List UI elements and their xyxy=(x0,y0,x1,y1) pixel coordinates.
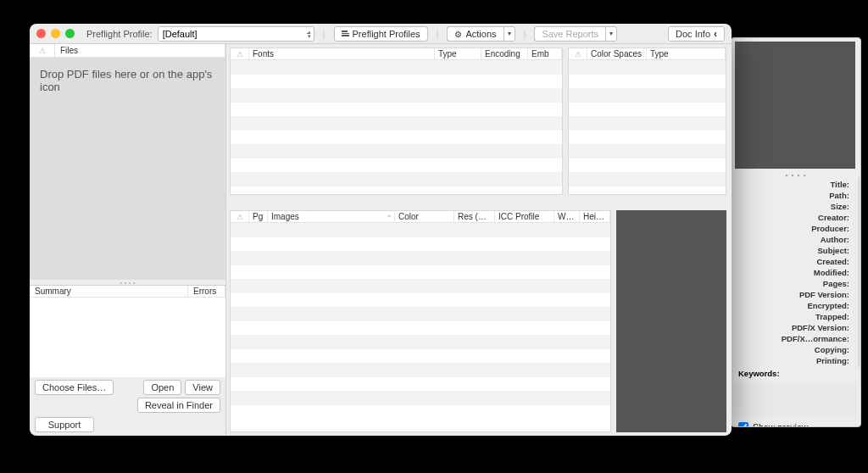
info-label-copying: Copying: xyxy=(815,344,849,355)
files-column-header[interactable]: Files xyxy=(55,44,225,57)
images-col-h[interactable]: Hei… xyxy=(580,211,610,222)
save-reports-caret xyxy=(605,26,617,42)
preflight-profiles-label: Preflight Profiles xyxy=(353,29,420,39)
summary-column-header[interactable]: Summary xyxy=(30,286,188,297)
fonts-col-type[interactable]: Type xyxy=(435,48,481,59)
errors-column-header[interactable]: Errors xyxy=(188,286,225,297)
info-label-author: Author: xyxy=(821,234,849,245)
doc-info-toggle-button[interactable]: Doc Info xyxy=(668,26,725,42)
warning-icon xyxy=(236,49,243,58)
window-minimize-button[interactable] xyxy=(51,29,60,38)
gear-icon xyxy=(454,29,462,39)
info-label-creator: Creator: xyxy=(818,212,849,223)
save-reports-button: Save Reports xyxy=(534,26,605,42)
color-col-type[interactable]: Type xyxy=(647,48,726,59)
info-label-pdfx-conformance: PDF/X…ormance: xyxy=(782,333,849,344)
actions-label: Actions xyxy=(465,29,496,39)
summary-body xyxy=(30,298,225,377)
fonts-table: Fonts Type Encoding Emb xyxy=(230,47,563,195)
window-close-button[interactable] xyxy=(36,29,46,38)
files-dropzone[interactable]: Drop PDF files here or on the app's icon xyxy=(30,58,225,280)
info-label-created: Created: xyxy=(816,256,849,267)
info-label-pdfx-version: PDF/X Version: xyxy=(792,322,849,333)
warning-icon xyxy=(39,46,46,55)
image-preview-pane xyxy=(616,210,726,432)
fonts-col-fonts[interactable]: Fonts xyxy=(249,48,435,59)
toolbar-separator: | xyxy=(524,29,526,39)
fonts-col-emb[interactable]: Emb xyxy=(528,48,562,59)
doc-info-preview-thumbnail xyxy=(735,42,855,169)
images-col-pg[interactable]: Pg xyxy=(249,211,268,222)
color-table-body xyxy=(569,60,726,194)
sort-ascending-icon: ^ xyxy=(387,213,391,220)
info-label-title: Title: xyxy=(830,179,849,190)
images-col-color[interactable]: Color xyxy=(395,211,454,222)
show-preview-toggle[interactable]: Show preview xyxy=(732,420,860,427)
warning-icon xyxy=(236,212,243,221)
images-col-w[interactable]: W… xyxy=(554,211,580,222)
titlebar: Preflight Profile: [Default] ▴▾ | Prefli… xyxy=(30,24,732,44)
main-window: Preflight Profile: [Default] ▴▾ | Prefli… xyxy=(30,24,732,436)
images-table: Pg Images^ Color Res (… ICC Profile W… H… xyxy=(230,210,611,432)
info-label-trapped: Trapped: xyxy=(815,311,849,322)
resize-grip[interactable]: • • • • xyxy=(732,172,860,177)
toolbar-separator: | xyxy=(437,29,439,39)
info-label-encrypted: Encrypted: xyxy=(807,300,849,311)
preflight-profile-value: [Default] xyxy=(163,29,198,39)
preflight-profile-label: Preflight Profile: xyxy=(86,29,153,39)
files-table-header: Files xyxy=(30,44,225,58)
doc-info-list: Title: Path: Size: Creator: Producer: Au… xyxy=(732,177,860,367)
view-button[interactable]: View xyxy=(185,380,220,395)
choose-files-button[interactable]: Choose Files… xyxy=(35,380,114,395)
warning-icon xyxy=(575,49,581,58)
actions-caret[interactable] xyxy=(504,26,515,42)
info-label-modified: Modified: xyxy=(814,267,849,278)
doc-info-panel: • • • • Title: Path: Size: Creator: Prod… xyxy=(731,37,861,427)
reveal-in-finder-button[interactable]: Reveal in Finder xyxy=(137,398,220,413)
images-col-res[interactable]: Res (… xyxy=(454,211,495,222)
doc-info-label: Doc Info xyxy=(676,29,710,39)
color-spaces-table: Color Spaces Type xyxy=(568,47,726,195)
actions-button[interactable]: Actions xyxy=(447,26,503,42)
preflight-profiles-button[interactable]: Preflight Profiles xyxy=(334,26,428,42)
info-label-path: Path: xyxy=(829,190,849,201)
actions-split-button[interactable]: Actions xyxy=(447,26,515,42)
preflight-profile-dropdown[interactable]: [Default] ▴▾ xyxy=(158,26,314,42)
right-column: Fonts Type Encoding Emb Color Spaces Typ… xyxy=(226,44,732,436)
open-button[interactable]: Open xyxy=(143,380,181,395)
toolbar-separator: | xyxy=(323,29,326,39)
info-label-size: Size: xyxy=(831,201,849,212)
images-col-icc[interactable]: ICC Profile xyxy=(495,211,554,222)
show-preview-checkbox[interactable] xyxy=(738,422,748,427)
info-label-producer: Producer: xyxy=(811,223,849,234)
list-icon xyxy=(342,31,349,36)
keywords-content xyxy=(735,383,857,417)
fonts-table-body xyxy=(231,60,562,194)
info-label-printing: Printing: xyxy=(816,355,849,366)
summary-pane: Summary Errors Choose Files… Open View R… xyxy=(30,285,225,436)
info-label-pdf-version: PDF Version: xyxy=(799,289,849,300)
dropdown-arrows-icon: ▴▾ xyxy=(308,30,311,38)
save-reports-label: Save Reports xyxy=(542,29,598,39)
info-label-subject: Subject: xyxy=(818,245,849,256)
images-table-body xyxy=(231,223,610,431)
left-column: Files Drop PDF files here or on the app'… xyxy=(30,44,226,436)
support-button[interactable]: Support xyxy=(35,417,94,432)
images-col-images[interactable]: Images^ xyxy=(268,211,395,222)
dropzone-text: Drop PDF files here or on the app's icon xyxy=(40,68,212,93)
window-maximize-button[interactable] xyxy=(65,29,75,38)
chevron-left-icon xyxy=(714,28,717,40)
save-reports-split-button: Save Reports xyxy=(534,26,617,42)
info-label-pages: Pages: xyxy=(823,278,849,289)
info-label-output-intents: Output Intents xyxy=(794,366,849,367)
show-preview-label: Show preview xyxy=(753,422,808,427)
keywords-label: Keywords: xyxy=(738,369,780,378)
color-col-spaces[interactable]: Color Spaces xyxy=(587,48,647,59)
fonts-col-encoding[interactable]: Encoding xyxy=(481,48,528,59)
